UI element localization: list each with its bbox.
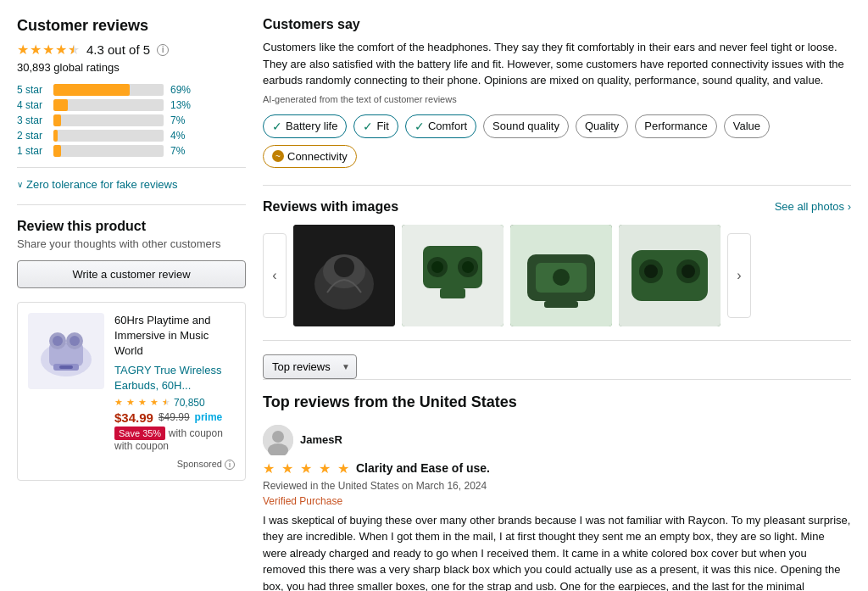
carousel-prev-button[interactable]: ‹: [263, 233, 287, 318]
product-review-count[interactable]: 70,850: [174, 397, 205, 409]
rating-bars: 5 star 69% 4 star 13% 3 star 7% 2 star 4…: [17, 84, 246, 157]
star-3: ★: [42, 42, 54, 58]
bar-fill-4: [53, 145, 61, 157]
product-image: [28, 313, 104, 389]
carousel-next-button[interactable]: ›: [727, 233, 751, 318]
product-name-link[interactable]: TAGRY True Wireless Earbuds, 60H...: [114, 363, 235, 393]
rating-pct-2: 7%: [170, 114, 194, 126]
sort-select[interactable]: Top reviews Most recent: [263, 354, 357, 379]
svg-rect-18: [440, 288, 465, 298]
rating-pct-1: 13%: [170, 99, 194, 111]
rating-summary: ★ ★ ★ ★ ★★ 4.3 out of 5 i: [17, 42, 246, 58]
review-images-row: [293, 225, 721, 326]
left-panel: Customer reviews ★ ★ ★ ★ ★★ 4.3 out of 5…: [17, 17, 246, 591]
review-img-svg-2: [402, 225, 504, 326]
reviews-images-header: Reviews with images See all photos ›: [263, 199, 851, 215]
rating-label-0[interactable]: 5 star: [17, 84, 47, 96]
tag-battery-life[interactable]: ✓Battery life: [263, 114, 347, 138]
rating-value: 4.3 out of 5: [86, 42, 150, 57]
tag-sound-quality[interactable]: Sound quality: [483, 114, 569, 138]
bar-bg-1: [53, 99, 164, 111]
tag-fit[interactable]: ✓Fit: [353, 114, 398, 138]
review-product-section: Review this product Share your thoughts …: [17, 204, 246, 288]
tag-performance[interactable]: Performance: [635, 114, 716, 138]
p-star-1: ★: [114, 397, 123, 408]
review-stars-row: ★ ★ ★ ★ ★ Clarity and Ease of use.: [263, 460, 851, 477]
tag-comfort[interactable]: ✓Comfort: [405, 114, 476, 138]
p-star-5-half: ★★: [162, 397, 170, 408]
svg-point-22: [553, 269, 570, 286]
rev-star-2: ★: [281, 460, 293, 477]
info-icon[interactable]: i: [157, 44, 169, 56]
divider-2: [263, 340, 851, 341]
global-ratings: 30,893 global ratings: [17, 61, 246, 74]
reviews-images-title: Reviews with images: [263, 199, 398, 215]
rating-label-3[interactable]: 2 star: [17, 130, 47, 142]
product-info: 60Hrs Playtime and Immersive in Music Wo…: [114, 313, 235, 452]
tag-label: Fit: [376, 120, 388, 132]
tag-connectivity[interactable]: ~Connectivity: [263, 145, 357, 168]
save-coupon-line: Save 35% with coupon with coupon: [114, 427, 235, 452]
sponsored-label: Sponsored i: [28, 459, 235, 470]
rating-pct-3: 4%: [170, 130, 194, 142]
prime-badge: prime: [195, 411, 223, 423]
review-img-svg-3: [510, 225, 612, 326]
bar-fill-3: [53, 130, 58, 142]
product-description: 60Hrs Playtime and Immersive in Music Wo…: [114, 313, 235, 360]
sentiment-tags: ✓Battery life✓Fit✓ComfortSound qualityQu…: [263, 114, 851, 168]
review-product-subtitle: Share your thoughts with other customers: [17, 237, 246, 250]
svg-point-4: [53, 336, 63, 346]
review-image-4[interactable]: [619, 225, 721, 326]
star-4: ★: [55, 42, 67, 58]
rev-star-5: ★: [337, 460, 349, 477]
price-current: $34.99: [114, 410, 153, 425]
tag-label: Battery life: [286, 120, 337, 132]
rating-row-0[interactable]: 5 star 69%: [17, 84, 246, 96]
review-image-3[interactable]: [510, 225, 612, 326]
tag-orange-icon: ~: [272, 150, 284, 162]
info-sponsored-icon[interactable]: i: [225, 460, 235, 470]
review-img-svg-4: [619, 225, 721, 326]
coupon-text: with coupon: [114, 440, 169, 452]
rating-pct-0: 69%: [170, 84, 194, 96]
p-star-2: ★: [126, 397, 135, 408]
star-1: ★: [17, 42, 29, 58]
svg-rect-7: [59, 365, 73, 369]
review-image-1[interactable]: [293, 225, 395, 326]
reviews-with-images: Reviews with images See all photos › ‹: [263, 199, 851, 326]
bar-bg-4: [53, 145, 164, 157]
chevron-icon: ∨: [17, 180, 23, 189]
fake-reviews-link[interactable]: ∨ Zero tolerance for fake reviews: [17, 167, 246, 191]
review-product-title: Review this product: [17, 219, 246, 234]
see-all-photos-link[interactable]: See all photos ›: [775, 200, 851, 213]
tag-check-icon: ✓: [415, 120, 425, 133]
review-image-2[interactable]: [402, 225, 504, 326]
rating-label-4[interactable]: 1 star: [17, 145, 47, 157]
bar-bg-2: [53, 114, 164, 126]
rating-row-2[interactable]: 3 star 7%: [17, 114, 246, 126]
rating-row-1[interactable]: 4 star 13%: [17, 99, 246, 111]
sponsored-card: 60Hrs Playtime and Immersive in Music Wo…: [17, 302, 246, 481]
bar-fill-1: [53, 99, 68, 111]
bar-bg-0: [53, 84, 164, 96]
tag-value[interactable]: Value: [724, 114, 770, 138]
rev-star-3: ★: [300, 460, 312, 477]
svg-point-29: [682, 265, 695, 278]
bar-bg-3: [53, 130, 164, 142]
with-coupon: with coupon: [169, 427, 223, 439]
star-5-half: ★★: [68, 42, 80, 58]
rating-label-1[interactable]: 4 star: [17, 99, 47, 111]
review-img-svg-1: [293, 225, 395, 326]
tag-label: Value: [733, 120, 760, 132]
tag-quality[interactable]: Quality: [576, 114, 628, 138]
product-stars: ★ ★ ★ ★ ★★ 70,850: [114, 397, 235, 409]
svg-point-16: [431, 261, 443, 273]
rating-row-4[interactable]: 1 star 7%: [17, 145, 246, 157]
customer-reviews-title: Customer reviews: [17, 17, 246, 35]
rating-row-3[interactable]: 2 star 4%: [17, 130, 246, 142]
rating-pct-4: 7%: [170, 145, 194, 157]
svg-point-11: [334, 257, 354, 277]
rating-label-2[interactable]: 3 star: [17, 114, 47, 126]
write-review-button[interactable]: Write a customer review: [17, 260, 246, 288]
ai-generated-label: AI-generated from the text of customer r…: [263, 94, 851, 104]
